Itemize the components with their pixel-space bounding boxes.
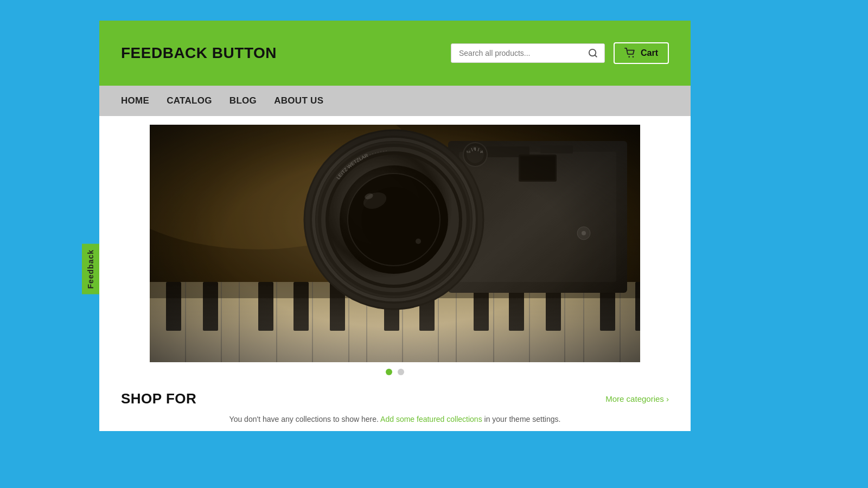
cart-icon (624, 48, 636, 59)
hero-section: LEITZ WETZLAR · · · · · · · 8 11 5.6 (99, 116, 691, 382)
search-form (451, 43, 605, 63)
search-button[interactable] (582, 44, 604, 62)
nav-home[interactable]: HOME (121, 86, 149, 116)
add-collections-link[interactable]: Add some featured collections (380, 415, 482, 423)
search-icon (588, 48, 598, 58)
feedback-button[interactable]: Feedback (82, 244, 99, 294)
collections-suffix: in your theme settings. (484, 415, 561, 423)
site-header: FEEDBACK BUTTON Cart (99, 21, 691, 86)
carousel-dots (386, 362, 404, 382)
search-input[interactable] (451, 44, 582, 62)
nav-about-us[interactable]: ABOUT US (274, 86, 323, 116)
more-categories-link[interactable]: More categories › (605, 394, 669, 403)
header-right: Cart (451, 42, 669, 64)
nav-catalog[interactable]: CATALOG (167, 86, 212, 116)
navbar: HOME CATALOG BLOG ABOUT US (99, 86, 691, 116)
carousel-dot-2[interactable] (398, 369, 404, 375)
hero-image-svg: LEITZ WETZLAR · · · · · · · 8 11 5.6 (150, 125, 640, 362)
site-logo[interactable]: FEEDBACK BUTTON (121, 44, 277, 62)
main-container: FEEDBACK BUTTON Cart (99, 21, 691, 431)
collections-description: You don't have any collections to show h… (229, 415, 379, 423)
svg-rect-64 (150, 125, 640, 362)
cart-label: Cart (641, 48, 658, 58)
hero-image: LEITZ WETZLAR · · · · · · · 8 11 5.6 (150, 125, 640, 362)
shop-for-title: SHOP FOR (121, 390, 196, 407)
shop-for-section: SHOP FOR More categories › (99, 382, 691, 407)
nav-blog[interactable]: BLOG (229, 86, 257, 116)
svg-point-1 (633, 56, 634, 57)
cart-button[interactable]: Cart (614, 42, 669, 64)
carousel-dot-1[interactable] (386, 369, 392, 375)
svg-point-0 (628, 56, 630, 57)
collections-text: You don't have any collections to show h… (99, 407, 691, 431)
